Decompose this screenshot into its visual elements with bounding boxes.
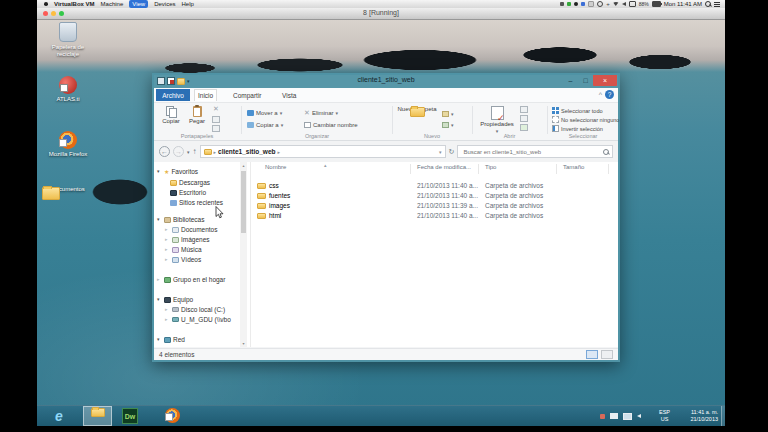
copiar-button[interactable]: Copiar <box>158 106 184 124</box>
minimize-button[interactable]: – <box>563 75 578 86</box>
menu-virtualbox-vm[interactable]: VirtualBox VM <box>54 0 95 8</box>
collapse-ribbon-button[interactable]: ^ <box>599 91 602 98</box>
column-header-tipo[interactable]: Tipo <box>485 164 496 174</box>
tray-volume-icon[interactable] <box>637 414 641 418</box>
invertir-seleccion-button[interactable]: Invertir selección <box>552 124 603 133</box>
thumbnails-view-button[interactable] <box>601 350 613 359</box>
dreamweaver-icon[interactable]: Dw <box>122 408 138 424</box>
seleccionar-todo-button[interactable]: Seleccionar todo <box>552 106 603 115</box>
search-icon[interactable] <box>603 149 609 155</box>
file-row-css[interactable]: css 21/10/2013 11:40 a... Carpeta de arc… <box>252 181 618 191</box>
column-header-tamano[interactable]: Tamaño <box>563 164 584 174</box>
forward-button[interactable]: → <box>173 146 184 157</box>
address-dropdown-icon[interactable]: ▾ <box>439 149 442 155</box>
file-row-images[interactable]: images 21/10/2013 11:39 a... Carpeta de … <box>252 201 618 211</box>
up-button[interactable]: ↑ <box>193 147 197 156</box>
historial-button[interactable] <box>520 124 528 131</box>
recent-locations-icon[interactable]: ▾ <box>187 149 190 155</box>
sidebar-item-escritorio[interactable]: Escritorio <box>170 188 206 197</box>
cut-button[interactable]: ✕ <box>213 106 219 112</box>
blue-app-status-icon[interactable] <box>581 2 585 6</box>
column-header-nombre[interactable]: Nombre <box>265 164 286 174</box>
breadcrumb[interactable]: ▸ cliente1_sitio_web ▸ ▾ <box>200 145 446 158</box>
firefox-taskbar-icon[interactable] <box>165 408 180 423</box>
sidebar-section-equipo[interactable]: ▾ Equipo <box>157 295 193 304</box>
propiedades-button[interactable]: Propiedades ▾ <box>479 106 515 134</box>
copiar-a-button[interactable]: Copiar a ▾ <box>247 120 283 129</box>
scrollbar-thumb[interactable] <box>241 171 246 233</box>
language-indicator[interactable]: ESP US <box>659 409 670 423</box>
search-box[interactable] <box>457 145 613 158</box>
battery-icon[interactable] <box>652 1 661 7</box>
menu-view[interactable]: View <box>129 0 148 8</box>
sidebar-section-grupo-hogar[interactable]: ▸ Grupo en el hogar <box>157 275 225 284</box>
refresh-button[interactable]: ↻ <box>449 148 455 156</box>
menu-help[interactable]: Help <box>182 0 194 8</box>
details-view-button[interactable] <box>586 350 598 359</box>
time-machine-icon[interactable] <box>597 1 603 7</box>
file-explorer-taskbar-button[interactable] <box>83 406 112 426</box>
tray-battery-icon[interactable] <box>610 413 618 419</box>
sidebar-item-documentos[interactable]: ▸ Documentos <box>165 225 218 234</box>
scroll-up-icon[interactable]: ▴ <box>240 163 247 168</box>
internet-explorer-icon[interactable]: e <box>55 407 63 426</box>
copy-path-button[interactable] <box>212 116 220 123</box>
maximize-button[interactable]: □ <box>578 75 593 86</box>
shield-icon[interactable] <box>574 2 578 6</box>
sidebar-section-bibliotecas[interactable]: ▾ Bibliotecas <box>157 215 204 224</box>
no-seleccionar-button[interactable]: No seleccionar ninguno <box>552 115 619 124</box>
file-row-html[interactable]: html 21/10/2013 11:40 a... Carpeta de ar… <box>252 211 618 221</box>
sidebar-item-network-drive[interactable]: ▸ U_M_GDU (\\vbo <box>165 315 231 324</box>
tray-app-icon[interactable] <box>600 414 605 419</box>
tab-archivo[interactable]: Archivo <box>156 89 190 101</box>
window-status-icon[interactable] <box>588 1 594 7</box>
scroll-down-icon[interactable]: ▾ <box>240 341 247 346</box>
explorer-titlebar[interactable]: ▾ cliente1_sitio_web – □ × <box>154 75 618 88</box>
tab-inicio[interactable]: Inicio <box>194 89 217 101</box>
desktop-icon-recycle-bin[interactable]: Papelera de reciclaje <box>42 22 94 57</box>
nueva-carpeta-button[interactable]: Nueva carpeta <box>397 106 437 112</box>
desktop-icon-firefox[interactable]: Mozilla Firefox <box>42 131 94 158</box>
menu-clock[interactable]: Mon 11:41 AM <box>664 1 702 7</box>
sidebar-section-red[interactable]: ▾ Red <box>157 335 185 344</box>
sidebar-item-imagenes[interactable]: ▸ Imágenes <box>165 235 210 244</box>
notification-center-icon[interactable] <box>714 2 720 7</box>
apple-menu-icon[interactable] <box>44 2 48 6</box>
tab-vista[interactable]: Vista <box>279 89 299 101</box>
pegar-button[interactable]: Pegar <box>185 106 209 124</box>
search-input[interactable] <box>461 148 603 156</box>
help-button[interactable]: ? <box>605 90 614 99</box>
cambiar-nombre-button[interactable]: Cambiar nombre <box>304 120 358 129</box>
vm-display-status-icon[interactable] <box>560 2 564 6</box>
spotlight-search-icon[interactable] <box>705 1 711 7</box>
back-button[interactable]: ← <box>159 146 170 157</box>
windows-desktop[interactable]: Papelera de reciclaje ATLAS.ti Mozilla F… <box>37 20 725 426</box>
close-button[interactable]: × <box>593 75 617 86</box>
breadcrumb-path[interactable]: cliente1_sitio_web <box>218 148 275 155</box>
show-desktop-button[interactable] <box>721 406 725 426</box>
desktop-icon-documentos[interactable]: Documentos <box>42 186 94 193</box>
column-header-fecha[interactable]: Fecha de modifica... <box>417 164 471 174</box>
sidebar-item-musica[interactable]: ▸ Música <box>165 245 202 254</box>
sidebar-item-descargas[interactable]: Descargas <box>170 178 210 187</box>
facil-acceso-button[interactable]: ▾ <box>442 120 454 129</box>
sidebar-item-videos[interactable]: ▸ Vídeos <box>165 255 201 264</box>
volume-icon[interactable] <box>622 2 626 6</box>
menu-machine[interactable]: Machine <box>101 0 124 8</box>
nav-scrollbar[interactable]: ▴ ▾ <box>240 162 247 347</box>
mover-a-button[interactable]: Mover a ▾ <box>247 108 282 117</box>
display-icon[interactable] <box>629 1 636 7</box>
tray-network-icon[interactable] <box>623 413 632 420</box>
sidebar-item-disco-local[interactable]: ▸ Disco local (C:) <box>165 305 225 314</box>
taskbar-clock[interactable]: 11:41 a. m. 21/10/2013 <box>682 409 718 423</box>
modificar-button[interactable] <box>520 115 528 122</box>
bluetooth-icon[interactable]: + <box>606 1 610 7</box>
nuevo-elemento-button[interactable]: ▾ <box>442 109 454 118</box>
tab-compartir[interactable]: Compartir <box>230 89 265 101</box>
desktop-icon-atlas[interactable]: ATLAS.ti <box>42 76 94 103</box>
abrir-button[interactable] <box>520 106 528 113</box>
vm-network-status-icon[interactable] <box>567 2 571 6</box>
eliminar-button[interactable]: ✕ Eliminar ▾ <box>304 108 338 117</box>
wifi-icon[interactable] <box>613 2 619 6</box>
sidebar-section-favoritos[interactable]: ▾ ★ Favoritos <box>157 167 198 176</box>
